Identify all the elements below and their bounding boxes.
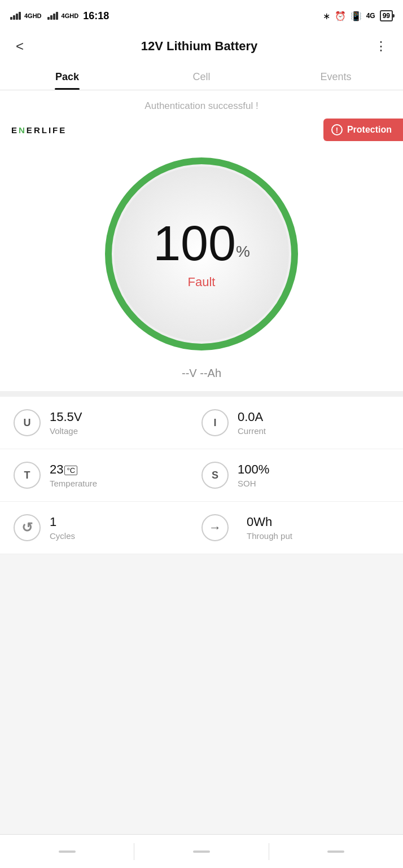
battery-status-text: Fault (153, 275, 250, 290)
current-icon: I (202, 409, 229, 436)
voltage-value: 15.5V (50, 410, 82, 424)
signal-label-1: 4GHD (24, 12, 42, 19)
bottom-nav (0, 834, 403, 868)
temperature-label: Temperature (50, 479, 97, 488)
throughput-label: Through put (247, 531, 292, 541)
status-right: ∗ ⏰ 📳 4G 99 (323, 10, 393, 21)
tab-bar: Pack Cell Events (0, 63, 403, 90)
throughput-value: 0Wh (247, 515, 292, 529)
voltage-icon: U (14, 409, 41, 436)
time-display: 16:18 (83, 10, 109, 22)
bottom-nav-item-2[interactable] (134, 835, 268, 868)
temperature-icon: T (14, 462, 41, 489)
battery-level: 99 (380, 10, 393, 21)
more-button[interactable]: ⋮ (370, 37, 392, 56)
signal-icon-2 (47, 12, 58, 20)
bluetooth-icon: ∗ (323, 11, 330, 21)
auth-message: Authentication successful ! (0, 90, 403, 114)
protection-label: Protection (347, 125, 392, 135)
bottom-nav-item-1[interactable] (0, 835, 134, 868)
temp-unit: °C (64, 466, 77, 476)
battery-percent-display: 100% (153, 218, 250, 268)
tab-events[interactable]: Events (269, 63, 403, 90)
soh-value: 100% (238, 462, 269, 477)
bottom-line-3 (327, 851, 344, 853)
battery-circle-container: 100% Fault (0, 141, 403, 361)
signal-label-2: 4GHD (62, 12, 79, 19)
brand-protection-row: ENERLIFE ! Protection (0, 114, 403, 141)
stat-temperature: T 23°C Temperature (14, 462, 202, 489)
battery-circle: 100% Fault (100, 152, 303, 356)
tab-cell[interactable]: Cell (134, 63, 269, 90)
battery-percent-sign: % (236, 243, 250, 260)
temperature-value: 23°C (50, 462, 97, 477)
section-divider (0, 391, 403, 397)
soh-icon: S (202, 462, 229, 489)
svg-rect-4 (193, 851, 210, 853)
brand-logo: ENERLIFE (11, 125, 67, 135)
stats-row-1: U 15.5V Voltage I 0.0A Current (0, 397, 403, 449)
alarm-icon: ⏰ (335, 11, 346, 21)
stat-cycles: ↺ 1 Cycles (14, 514, 202, 541)
network-icon: 4G (366, 12, 375, 20)
warning-icon: ! (331, 124, 343, 135)
bottom-nav-item-3[interactable] (269, 835, 403, 868)
battery-circle-inner: 100% Fault (153, 218, 250, 290)
current-label: Current (238, 426, 266, 436)
cycles-value: 1 (50, 515, 75, 529)
cycles-label: Cycles (50, 531, 75, 541)
bottom-line-2 (193, 851, 210, 853)
bottom-line-1 (59, 851, 76, 853)
stat-voltage: U 15.5V Voltage (14, 409, 202, 436)
stats-row-3: ↺ 1 Cycles → 0Wh Through put (0, 502, 403, 554)
stat-current: I 0.0A Current (202, 409, 389, 436)
soh-label: SOH (238, 479, 269, 488)
svg-rect-3 (59, 851, 76, 853)
throughput-icon: → (202, 514, 229, 541)
cycles-icon: ↺ (14, 514, 41, 541)
stat-throughput: → 0Wh Through put (202, 514, 389, 541)
status-bar: 4GHD 4GHD 16:18 ∗ ⏰ 📳 4G 99 (0, 0, 403, 29)
page-title: 12V Lithium Battery (141, 39, 258, 54)
v-ah-display: --V --Ah (0, 361, 403, 391)
stat-soh: S 100% SOH (202, 462, 389, 489)
main-content: Authentication successful ! ENERLIFE ! P… (0, 90, 403, 391)
page-spacer (0, 554, 403, 599)
tab-pack[interactable]: Pack (0, 63, 134, 90)
header: < 12V Lithium Battery ⋮ (0, 29, 403, 63)
svg-rect-5 (327, 851, 344, 853)
signal-icon-1 (10, 12, 21, 20)
battery-percent-value: 100 (153, 215, 236, 271)
vibrate-icon: 📳 (351, 11, 362, 21)
current-value: 0.0A (238, 410, 266, 424)
voltage-label: Voltage (50, 426, 82, 436)
back-button[interactable]: < (11, 36, 28, 56)
stats-grid: U 15.5V Voltage I 0.0A Current T (0, 397, 403, 554)
status-left: 4GHD 4GHD 16:18 (10, 10, 109, 22)
stats-row-2: T 23°C Temperature S 100% SOH (0, 449, 403, 502)
protection-badge[interactable]: ! Protection (323, 119, 403, 141)
